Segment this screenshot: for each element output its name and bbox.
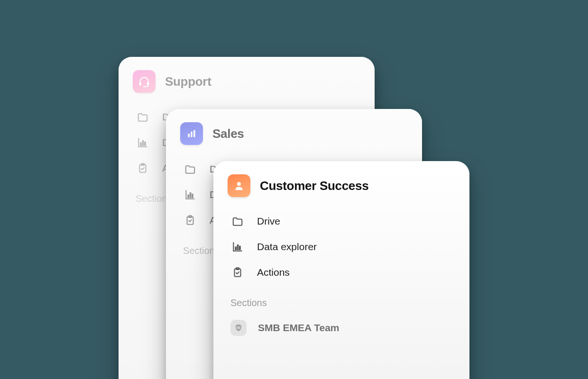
shield-icon: [230, 320, 247, 336]
card-title: Customer Success: [260, 179, 368, 193]
sales-app-icon: [180, 122, 203, 145]
person-icon: [233, 180, 245, 192]
nav-label: Drive: [257, 216, 280, 227]
nav-label: Actions: [257, 267, 290, 278]
card-header: Support: [133, 70, 360, 93]
primary-nav: Drive Data explorer Actions: [228, 208, 455, 285]
workspace-card-customer-success: Customer Success Drive Data explorer Act…: [213, 161, 469, 379]
chart-icon: [183, 188, 197, 202]
headset-icon: [138, 75, 150, 88]
folder-icon: [230, 214, 245, 228]
nav-label: Data explorer: [257, 241, 317, 253]
support-app-icon: [133, 70, 156, 93]
nav-actions[interactable]: Actions: [228, 260, 455, 285]
section-item-smb-emea-team[interactable]: SMB EMEA Team: [228, 315, 455, 341]
chart-icon: [136, 135, 150, 150]
nav-drive[interactable]: Drive: [228, 208, 455, 234]
clipboard-check-icon: [136, 161, 150, 175]
workspace-cards-stack: Support Drive Data explorer Actions Sect…: [0, 0, 588, 379]
sections-heading: Sections: [230, 298, 455, 308]
card-title: Sales: [212, 126, 244, 141]
chart-icon: [230, 240, 245, 254]
folder-icon: [183, 162, 197, 176]
clipboard-check-icon: [230, 265, 245, 280]
folder-icon: [136, 110, 150, 124]
card-title: Support: [165, 74, 211, 89]
nav-data-explorer[interactable]: Data explorer: [228, 234, 455, 260]
bar-chart-icon: [185, 127, 198, 140]
section-item-label: SMB EMEA Team: [258, 322, 340, 334]
card-header: Sales: [180, 122, 408, 145]
clipboard-check-icon: [183, 213, 197, 227]
customer-success-app-icon: [228, 174, 250, 197]
card-header: Customer Success: [228, 174, 455, 197]
